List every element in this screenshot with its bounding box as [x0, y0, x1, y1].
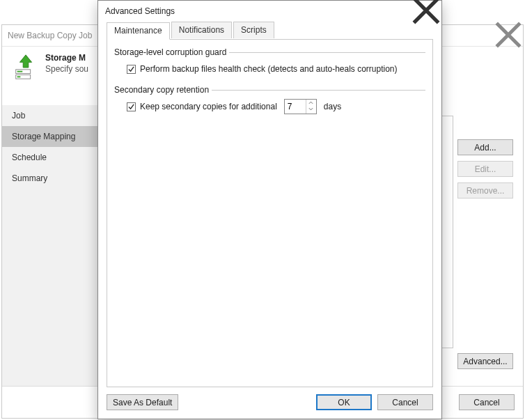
tab-body-maintenance: Storage-level corruption guard Perform b… [107, 39, 433, 387]
group-storage-guard-legend: Storage-level corruption guard [114, 47, 229, 57]
keep-copies-label-pre: Keep secondary copies for additional [140, 102, 277, 111]
dialog-title: Advanced Settings [105, 6, 175, 16]
advanced-button[interactable]: Advanced... [457, 353, 513, 369]
group-secondary-retention-legend: Secondary copy retention [114, 85, 212, 95]
group-secondary-retention: Secondary copy retention Keep secondary … [114, 85, 425, 116]
retention-days-spinner[interactable] [284, 99, 317, 114]
dialog-titlebar: Advanced Settings [98, 1, 441, 22]
nav-item-summary[interactable]: Summary [2, 168, 100, 189]
health-check-label: Perform backup files health check (detec… [140, 64, 398, 74]
tabstrip: Maintenance Notifications Scripts [107, 22, 433, 40]
wizard-close-icon[interactable] [494, 25, 523, 45]
spinner-up-icon[interactable] [306, 100, 316, 106]
health-check-checkbox[interactable] [127, 65, 136, 74]
svg-rect-1 [17, 71, 23, 72]
retention-days-input[interactable] [285, 100, 306, 114]
nav-item-storage-mapping[interactable]: Storage Mapping [2, 126, 100, 147]
nav-item-job[interactable]: Job [2, 105, 100, 126]
dialog-footer: Save As Default OK Cancel [107, 394, 433, 412]
nav-item-schedule[interactable]: Schedule [2, 147, 100, 168]
cancel-button[interactable]: Cancel [377, 394, 433, 410]
keep-copies-checkbox[interactable] [127, 102, 136, 111]
ok-button[interactable]: OK [316, 394, 372, 410]
keep-copies-row: Keep secondary copies for additional day… [114, 99, 425, 114]
tab-scripts[interactable]: Scripts [233, 22, 274, 38]
wizard-icon [12, 53, 40, 81]
wizard-window-title: New Backup Copy Job [8, 31, 92, 40]
tab-maintenance[interactable]: Maintenance [107, 22, 170, 40]
remove-button: Remove... [457, 182, 513, 199]
wizard-cancel-button[interactable]: Cancel [459, 394, 515, 410]
edit-button: Edit... [457, 161, 513, 177]
page-subtitle: Specify sou [45, 64, 88, 74]
group-storage-guard: Storage-level corruption guard Perform b… [114, 47, 425, 78]
wizard-side-nav: Job Storage Mapping Schedule Summary [2, 105, 100, 387]
dialog-close-button[interactable] [411, 1, 441, 20]
tab-notifications[interactable]: Notifications [171, 22, 232, 38]
keep-copies-label-post: days [324, 102, 341, 111]
page-title: Storage M [45, 53, 88, 63]
spinner-down-icon[interactable] [306, 106, 316, 112]
add-button[interactable]: Add... [457, 139, 513, 155]
svg-rect-3 [17, 76, 21, 77]
save-as-default-button[interactable]: Save As Default [107, 394, 178, 410]
advanced-settings-dialog: Advanced Settings Maintenance Notificati… [97, 0, 442, 419]
health-check-checkbox-row[interactable]: Perform backup files health check (detec… [114, 61, 425, 77]
